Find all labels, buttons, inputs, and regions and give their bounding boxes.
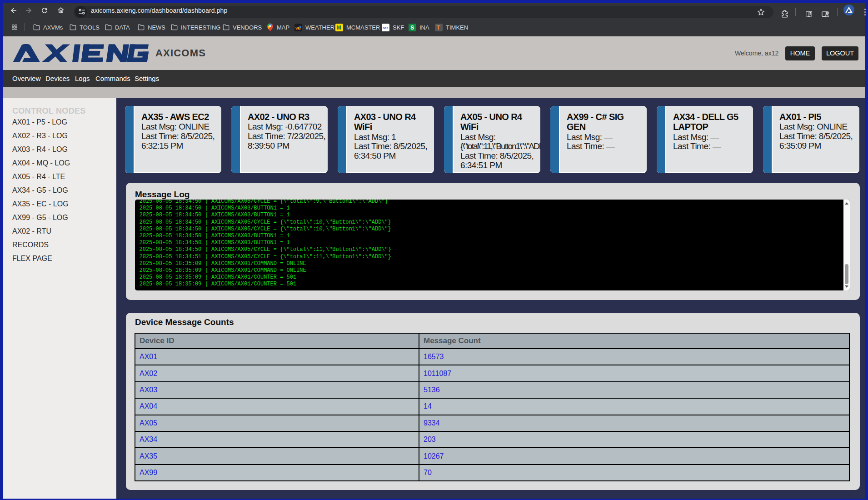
svg-text:SKF: SKF	[383, 26, 389, 29]
svg-text:S: S	[410, 24, 414, 31]
svg-text:M: M	[337, 25, 341, 31]
svg-text:T: T	[437, 24, 440, 31]
